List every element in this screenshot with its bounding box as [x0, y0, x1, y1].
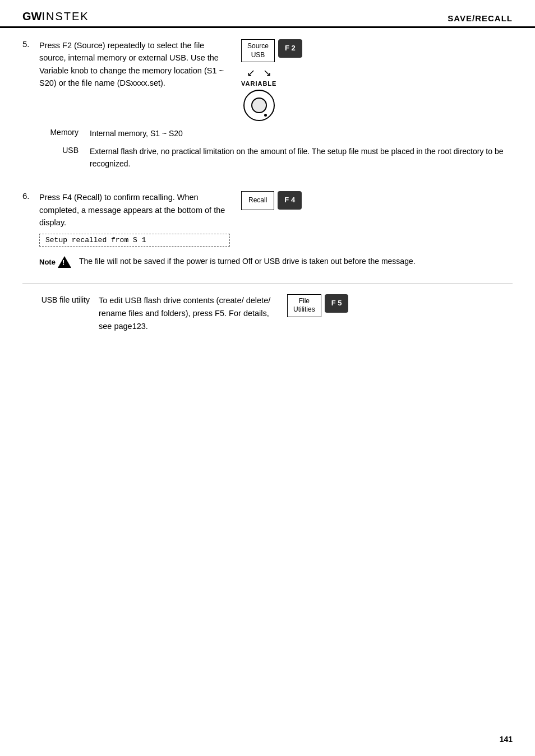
sub-text-usb: External flash drive, no practical limit…	[90, 146, 513, 170]
note-label: Note	[39, 256, 71, 268]
f5-key: F 5	[325, 294, 349, 313]
note-body-text: The file will not be saved if the power …	[79, 256, 513, 268]
logo-gw: GW	[22, 10, 41, 23]
key-label-usb: USB	[247, 51, 269, 60]
step-6-row: Press F4 (Recall) to confirm recalling. …	[39, 191, 513, 251]
usb-utility-label: USB file utility	[22, 294, 90, 304]
sub-label-usb: USB	[39, 146, 79, 155]
arrow-right-icon: ↘	[263, 67, 271, 79]
source-usb-key: Source USB	[241, 39, 275, 62]
sub-item-usb: USB External flash drive, no practical l…	[39, 146, 513, 170]
step-5-text: Press F2 (Source) repeatedly to select t…	[39, 39, 230, 90]
step-5-key-group: Source USB F 2	[241, 39, 302, 62]
f4-key: F 4	[278, 191, 302, 210]
sub-text-memory: Internal memory, S1 ~ S20	[90, 128, 513, 140]
step-6-text: Press F4 (Recall) to confirm recalling. …	[39, 191, 230, 229]
step-5-number: 5.	[22, 39, 39, 175]
variable-knob-section: ↙ ↘ VARIABLE	[241, 67, 276, 121]
step-5: 5. Press F2 (Source) repeatedly to selec…	[22, 39, 513, 175]
key-label-source: Source	[247, 42, 269, 51]
arrow-left-icon: ↙	[247, 67, 255, 79]
step-5-sub-items: Memory Internal memory, S1 ~ S20 USB Ext…	[39, 128, 513, 170]
logo: GW INSTEK	[22, 10, 89, 23]
sub-item-memory: Memory Internal memory, S1 ~ S20	[39, 128, 513, 140]
key-label-file: File	[293, 297, 315, 306]
recall-key: Recall	[241, 191, 274, 210]
warning-triangle-icon	[58, 256, 71, 268]
section-divider	[22, 284, 513, 284]
recall-key-group: Recall F 4	[241, 191, 302, 210]
usb-utility-text: To edit USB flash drive contents (create…	[99, 294, 278, 333]
arrows-row: ↙ ↘	[247, 67, 271, 79]
step-6: 6. Press F4 (Recall) to confirm recallin…	[22, 191, 513, 267]
page-header: GW INSTEK SAVE/RECALL	[0, 0, 535, 28]
note-text-label: Note	[39, 258, 56, 266]
step-5-row: Press F2 (Source) repeatedly to select t…	[39, 39, 513, 121]
usb-utility-key-group: File Utilities F 5	[287, 294, 348, 317]
main-content: 5. Press F2 (Source) repeatedly to selec…	[0, 34, 535, 344]
file-utilities-key: File Utilities	[287, 294, 321, 317]
section-title: SAVE/RECALL	[448, 13, 513, 23]
page-number: 141	[500, 735, 513, 744]
recall-message: Setup recalled from S 1	[39, 234, 230, 247]
variable-knob	[243, 90, 275, 121]
step-6-text-col: Press F4 (Recall) to confirm recalling. …	[39, 191, 230, 251]
knob-dot	[264, 114, 267, 117]
step-6-number: 6.	[22, 191, 39, 267]
variable-label: VARIABLE	[241, 80, 276, 87]
step-5-visual: Source USB F 2 ↙ ↘ VARIABLE	[241, 39, 302, 121]
sub-label-memory: Memory	[39, 128, 79, 137]
step-5-body: Press F2 (Source) repeatedly to select t…	[39, 39, 513, 175]
note-row: Note The file will not be saved if the p…	[39, 256, 513, 268]
usb-utility-section: USB file utility To edit USB flash drive…	[22, 294, 513, 333]
key-label-utilities: Utilities	[293, 305, 315, 314]
f2-key: F 2	[278, 39, 302, 58]
step-6-body: Press F4 (Recall) to confirm recalling. …	[39, 191, 513, 267]
usb-utility-body: To edit USB flash drive contents (create…	[99, 294, 348, 333]
logo-instek: INSTEK	[41, 10, 89, 23]
key-label-recall: Recall	[248, 196, 267, 205]
